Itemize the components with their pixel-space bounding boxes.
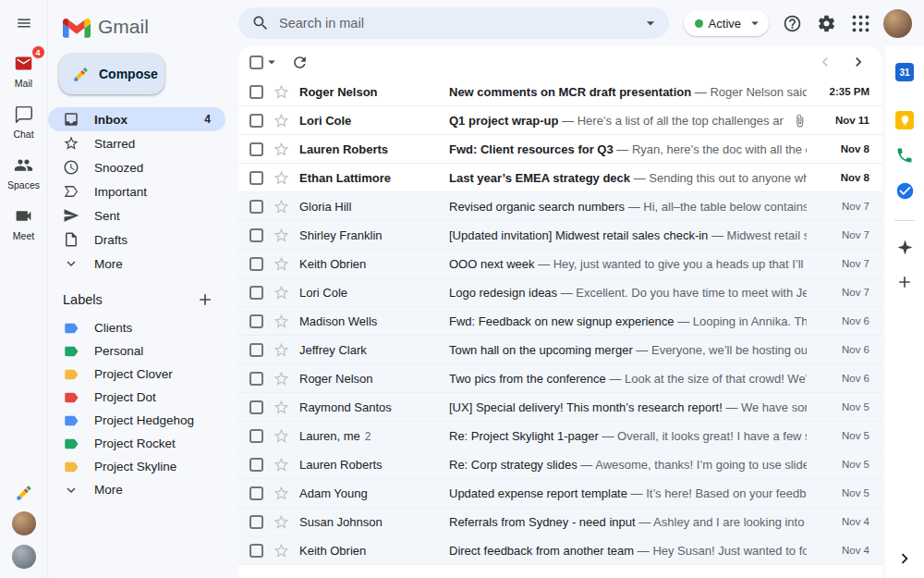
star-icon[interactable] [273, 542, 290, 560]
row-checkbox[interactable] [249, 515, 263, 529]
star-icon[interactable] [273, 399, 290, 416]
main-menu-button[interactable] [6, 5, 43, 42]
addon-button[interactable] [890, 232, 919, 262]
row-checkbox[interactable] [249, 458, 263, 472]
row-checkbox[interactable] [249, 400, 263, 414]
star-icon[interactable] [273, 370, 290, 387]
email-row[interactable]: Keith ObrienDirect feedback from another… [238, 536, 882, 565]
search-options-caret-icon[interactable] [641, 14, 660, 32]
rail-item-mail[interactable]: 4Mail [6, 51, 43, 89]
row-checkbox[interactable] [249, 85, 263, 99]
email-row[interactable]: Lauren, me2Re: Project Skylight 1-pager … [238, 422, 882, 450]
email-row[interactable]: Lauren RobertsRe: Corp strategy slides —… [238, 450, 882, 479]
row-checkbox[interactable] [249, 114, 263, 128]
email-row[interactable]: Lauren RobertsFwd: Client resources for … [238, 135, 882, 164]
avatar[interactable] [12, 511, 36, 535]
email-row[interactable]: Roger NelsonTwo pics from the conference… [238, 364, 882, 393]
row-checkbox[interactable] [249, 286, 263, 300]
refresh-button[interactable] [291, 54, 309, 71]
apps-grid-button[interactable] [849, 12, 871, 34]
email-row[interactable]: Raymond Santos[UX] Special delivery! Thi… [238, 393, 882, 422]
row-checkbox[interactable] [249, 200, 263, 214]
older-page-button[interactable] [849, 53, 868, 71]
sidebar-item-important[interactable]: Important [48, 179, 225, 203]
email-row[interactable]: Ethan LattimoreLast year’s EMEA strategy… [238, 164, 882, 192]
star-icon[interactable] [273, 456, 290, 473]
row-checkbox[interactable] [249, 544, 263, 558]
compose-button[interactable]: Compose [59, 54, 164, 94]
star-icon[interactable] [273, 341, 290, 359]
rail-item-meet[interactable]: Meet [6, 203, 43, 241]
rail-item-chat[interactable]: Chat [6, 102, 43, 140]
email-snippet: — Awesome, thanks! I’m going to use slid… [578, 458, 807, 472]
label-item-project-dot[interactable]: Project Dot [48, 386, 225, 409]
sidebar-item-starred[interactable]: Starred [48, 131, 225, 155]
sidebar-item-snoozed[interactable]: Snoozed [48, 155, 225, 179]
rail-item-spaces[interactable]: Spaces [6, 153, 43, 191]
row-checkbox[interactable] [249, 343, 263, 357]
sidebar-item-sent[interactable]: Sent [48, 203, 225, 228]
sidebar-item-drafts[interactable]: Drafts [48, 228, 225, 252]
select-all-checkbox[interactable] [249, 55, 263, 69]
row-checkbox[interactable] [249, 486, 263, 500]
help-button[interactable] [781, 12, 803, 34]
label-item-project-hedgehog[interactable]: Project Hedgehog [48, 409, 225, 432]
row-checkbox[interactable] [249, 372, 263, 386]
email-row[interactable]: Shirley Franklin[Updated invitation] Mid… [238, 221, 882, 250]
email-row[interactable]: Roger NelsonNew comments on MCR draft pr… [238, 78, 882, 106]
profile-avatar[interactable] [883, 9, 912, 38]
voice-button[interactable] [890, 141, 919, 170]
label-item-project-rocket[interactable]: Project Rocket [48, 432, 225, 455]
email-row[interactable]: Susan JohnsonReferrals from Sydney - nee… [238, 508, 882, 536]
star-icon[interactable] [273, 485, 290, 502]
row-checkbox[interactable] [249, 228, 263, 242]
email-row[interactable]: Madison WellsFwd: Feedback on new signup… [238, 307, 882, 336]
search-input[interactable] [279, 16, 632, 31]
keep-button[interactable] [890, 105, 919, 135]
newer-page-button[interactable] [816, 53, 834, 71]
email-row[interactable]: Gloria HillRevised organic search number… [238, 192, 882, 221]
label-item-more[interactable]: More [48, 478, 225, 501]
star-icon[interactable] [273, 83, 290, 101]
sidebar-item-inbox[interactable]: Inbox4 [48, 107, 225, 131]
star-icon[interactable] [273, 427, 290, 445]
status-selector[interactable]: Active [684, 10, 769, 36]
star-icon[interactable] [273, 255, 290, 273]
pencil-icon[interactable] [15, 484, 33, 502]
apps-grid-icon [851, 14, 870, 33]
email-row[interactable]: Keith ObrienOOO next week — Hey, just wa… [238, 250, 882, 278]
row-checkbox[interactable] [249, 171, 263, 185]
label-item-project-clover[interactable]: Project Clover [48, 363, 225, 386]
star-icon[interactable] [273, 284, 290, 301]
label-item-project-skyline[interactable]: Project Skyline [48, 455, 225, 478]
star-icon[interactable] [273, 313, 290, 330]
sidebar-item-more[interactable]: More [48, 252, 225, 276]
star-icon[interactable] [273, 169, 290, 187]
settings-button[interactable] [815, 12, 837, 34]
label-item-personal[interactable]: Personal [48, 339, 225, 363]
search-bar[interactable] [238, 7, 669, 39]
email-row[interactable]: Adam YoungUpdated expense report templat… [238, 479, 882, 508]
avatar[interactable] [12, 545, 36, 569]
row-checkbox[interactable] [249, 142, 263, 156]
star-icon[interactable] [273, 198, 290, 215]
get-addons-button[interactable] [890, 267, 919, 297]
email-row[interactable]: Lori ColeQ1 project wrap-up — Here’s a l… [238, 106, 882, 135]
expand-side-panel-button[interactable] [893, 547, 917, 571]
email-row[interactable]: Lori ColeLogo redesign ideas — Excellent… [238, 278, 882, 307]
email-sender: Raymond Santos [299, 400, 392, 414]
star-icon[interactable] [273, 141, 290, 158]
email-row[interactable]: Jeffrey ClarkTown hall on the upcoming m… [238, 336, 882, 364]
row-checkbox[interactable] [249, 314, 263, 328]
row-checkbox[interactable] [249, 257, 263, 271]
select-caret-icon[interactable] [263, 54, 280, 70]
label-item-clients[interactable]: Clients [48, 316, 225, 339]
star-icon[interactable] [273, 513, 290, 531]
star-icon[interactable] [273, 112, 290, 129]
row-checkbox[interactable] [249, 429, 263, 443]
calendar-button[interactable]: 31 [890, 57, 919, 87]
tasks-button[interactable] [890, 176, 919, 205]
label-name: Clients [94, 321, 211, 335]
create-label-button[interactable] [196, 290, 214, 309]
star-icon[interactable] [273, 227, 290, 244]
